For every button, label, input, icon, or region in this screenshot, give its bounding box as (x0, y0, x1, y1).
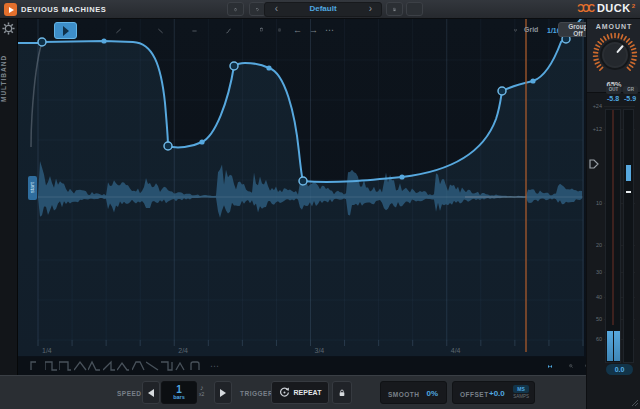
shape-preset-saw-up[interactable] (103, 359, 116, 373)
trigger-mode-button[interactable]: REPEAT (271, 381, 329, 404)
left-sidebar: MULTIBAND (0, 19, 18, 375)
knob-tick (631, 62, 635, 64)
envelope-node-minor[interactable] (199, 139, 204, 144)
envelope-canvas[interactable]: 1/42/43/44/4 (18, 19, 586, 357)
meter-scale-label: 10 (587, 200, 602, 206)
meter-scale-line (604, 106, 635, 107)
speed-value-display[interactable]: 1 bars (161, 381, 197, 404)
curve-tool-button[interactable] (220, 23, 237, 38)
resize-grip[interactable] (631, 399, 639, 407)
shape-preset-triangle[interactable] (74, 359, 87, 373)
knob-tick (597, 65, 600, 67)
arrow-right-icon: → (309, 25, 318, 35)
notch-shape-icon (161, 360, 174, 372)
amount-knob[interactable] (592, 32, 638, 78)
knob-tick (600, 67, 603, 70)
shape-preset-triangle-2[interactable] (117, 359, 130, 373)
shape-preset-step[interactable] (190, 359, 203, 373)
knob-tick (629, 42, 632, 44)
out-meter-fill-left (607, 331, 613, 361)
shape-preset-pulse-wide[interactable] (59, 359, 72, 373)
lock-icon (339, 388, 345, 398)
envelope-node[interactable] (498, 87, 506, 95)
copy-button[interactable] (272, 22, 287, 37)
trigger-lock-button[interactable] (332, 381, 352, 404)
envelope-node-minor[interactable] (530, 78, 535, 83)
knob-tick (630, 45, 634, 47)
title-bar: DEVIOUS MACHINES ‹ Default › (0, 0, 640, 19)
envelope-node[interactable] (230, 62, 238, 70)
knob-tick (594, 59, 598, 60)
offset-panel[interactable]: OFFSET +0.0 MS SAMPS (452, 381, 535, 404)
ramp-down-glyph (146, 362, 158, 370)
meter-scale-label: +12 (587, 126, 602, 132)
transport-bar: SPEED 1 bars ♪ x2 TRIGGER REPEAT (0, 375, 586, 409)
ramp-down-tool-button[interactable] (152, 23, 169, 38)
nudge-left-button[interactable]: ← (290, 22, 305, 37)
brand-name: DEVIOUS MACHINES (21, 5, 106, 14)
snap-button[interactable] (508, 23, 523, 38)
envelope-node[interactable] (164, 142, 172, 150)
magnet-icon (514, 25, 517, 36)
more-tools-button[interactable]: ⋯ (322, 22, 337, 37)
preset-prev-button[interactable]: ‹ (268, 2, 285, 16)
ramp-up-tool-button[interactable] (110, 23, 127, 38)
preset-name[interactable]: Default (288, 4, 358, 13)
duck-logo-text: DUCK (597, 2, 631, 14)
delete-node-button[interactable] (254, 22, 269, 37)
shape-preset-notch[interactable] (161, 359, 174, 373)
triangle-2-glyph (117, 363, 129, 370)
start-marker[interactable]: start (28, 176, 37, 200)
shape-preset-ramp-down[interactable] (146, 359, 159, 373)
amount-section: AMOUNT 65% (587, 19, 640, 93)
envelope-node[interactable] (299, 177, 307, 185)
follow-playhead-button[interactable] (542, 358, 558, 374)
shape-preset-trapezoid[interactable] (132, 359, 145, 373)
speed-increment-button[interactable] (214, 381, 232, 404)
shape-preset-pulse[interactable] (45, 359, 58, 373)
shape-preset-row: ⋯ (18, 357, 586, 375)
menu-button[interactable] (406, 2, 423, 16)
pointer-icon (62, 26, 70, 36)
speed-decrement-button[interactable] (142, 381, 160, 404)
smooth-panel[interactable]: SMOOTH 0% (380, 381, 447, 404)
envelope-node-minor[interactable] (101, 38, 106, 43)
save-preset-button[interactable] (386, 2, 403, 16)
zero-pointer-icon[interactable] (589, 159, 599, 169)
offset-unit-toggle[interactable]: MS SAMPS (513, 385, 529, 399)
step-glyph (191, 362, 199, 370)
shape-preset-peak[interactable] (88, 359, 101, 373)
knob-tick (594, 49, 598, 50)
settings-button[interactable] (2, 22, 15, 35)
amount-label: AMOUNT (587, 23, 640, 30)
smooth-label: SMOOTH (388, 391, 420, 398)
envelope-node-minor[interactable] (266, 65, 271, 70)
gear-icon (2, 22, 15, 35)
shape-preset-peak-2[interactable] (175, 359, 188, 373)
smooth-value[interactable]: 0% (426, 389, 438, 398)
more-shapes-button[interactable]: ⋯ (208, 359, 221, 373)
multiband-tab[interactable]: MULTIBAND (0, 55, 18, 125)
hold-tool-button[interactable] (186, 23, 203, 38)
power-button[interactable] (227, 2, 244, 16)
envelope-node[interactable] (38, 38, 46, 46)
triangle-glyph (74, 362, 86, 370)
chevron-left-icon: ‹ (275, 4, 278, 14)
meter-scale-label: 30 (587, 269, 602, 275)
shape-preset-end-cap[interactable] (30, 359, 43, 373)
preset-next-button[interactable]: › (362, 2, 379, 16)
meter-scale-label: +24 (587, 103, 602, 109)
speed-multiplier[interactable]: ♪ x2 (199, 384, 204, 397)
offset-value[interactable]: +0.0 (489, 389, 505, 398)
copy-icon (278, 25, 281, 35)
triangle-shape-icon (74, 360, 87, 372)
select-tool-button[interactable] (54, 22, 77, 39)
envelope-node-minor[interactable] (399, 174, 404, 179)
envelope-display[interactable]: 1/42/43/44/4 (18, 19, 586, 357)
ramp-down-shape-icon (146, 360, 159, 372)
nudge-right-button[interactable]: → (306, 22, 321, 37)
zoom-out-button[interactable] (563, 358, 579, 374)
gr-peak-marker (626, 191, 631, 193)
saw-up-glyph (103, 362, 115, 370)
knob-tick (627, 39, 630, 42)
